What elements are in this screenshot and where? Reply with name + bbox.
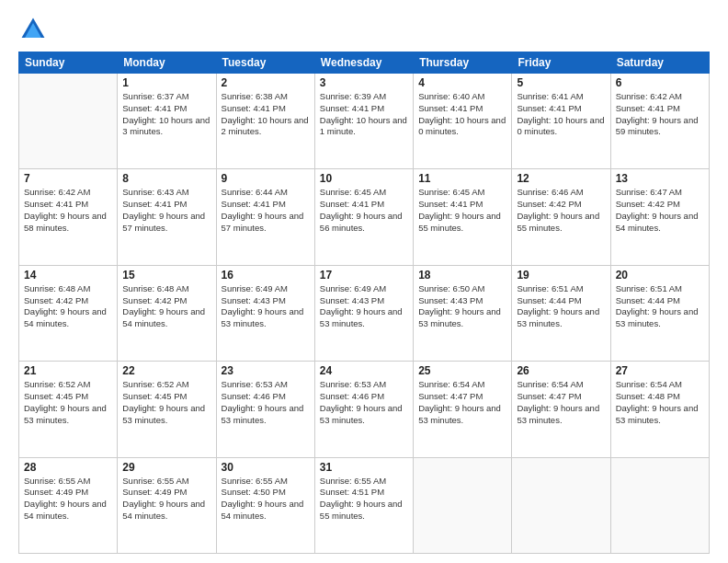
day-detail: Sunrise: 6:49 AMSunset: 4:43 PMDaylight:… <box>222 283 310 330</box>
day-number: 12 <box>517 172 605 185</box>
calendar-week-row: 21Sunrise: 6:52 AMSunset: 4:45 PMDayligh… <box>19 362 710 457</box>
day-detail: Sunrise: 6:48 AMSunset: 4:42 PMDaylight:… <box>122 283 210 330</box>
day-detail: Sunrise: 6:54 AMSunset: 4:47 PMDaylight:… <box>517 379 605 426</box>
page: SundayMondayTuesdayWednesdayThursdayFrid… <box>0 0 728 563</box>
day-number: 23 <box>222 364 310 377</box>
day-number: 24 <box>320 364 408 377</box>
table-row: 16Sunrise: 6:49 AMSunset: 4:43 PMDayligh… <box>216 265 314 361</box>
header <box>18 15 710 44</box>
day-number: 31 <box>320 461 408 474</box>
day-number: 21 <box>24 364 112 377</box>
day-detail: Sunrise: 6:52 AMSunset: 4:45 PMDaylight:… <box>24 379 112 426</box>
weekday-header: Sunday <box>19 52 118 74</box>
day-detail: Sunrise: 6:55 AMSunset: 4:50 PMDaylight:… <box>222 476 310 523</box>
weekday-header: Friday <box>512 52 610 74</box>
day-detail: Sunrise: 6:39 AMSunset: 4:41 PMDaylight:… <box>320 91 408 138</box>
day-number: 27 <box>616 364 704 377</box>
table-row: 8Sunrise: 6:43 AMSunset: 4:41 PMDaylight… <box>118 169 216 265</box>
day-number: 19 <box>517 269 605 282</box>
day-number: 26 <box>517 364 605 377</box>
day-number: 20 <box>616 269 704 282</box>
day-detail: Sunrise: 6:54 AMSunset: 4:47 PMDaylight:… <box>418 379 506 426</box>
table-row: 22Sunrise: 6:52 AMSunset: 4:45 PMDayligh… <box>118 362 216 457</box>
table-row: 3Sunrise: 6:39 AMSunset: 4:41 PMDaylight… <box>314 74 413 169</box>
day-number: 29 <box>122 461 210 474</box>
day-detail: Sunrise: 6:47 AMSunset: 4:42 PMDaylight:… <box>616 187 704 234</box>
table-row: 2Sunrise: 6:38 AMSunset: 4:41 PMDaylight… <box>216 74 314 169</box>
table-row: 1Sunrise: 6:37 AMSunset: 4:41 PMDaylight… <box>118 74 216 169</box>
calendar: SundayMondayTuesdayWednesdayThursdayFrid… <box>18 52 710 554</box>
day-number: 8 <box>122 172 210 185</box>
weekday-header: Tuesday <box>216 52 314 74</box>
table-row: 20Sunrise: 6:51 AMSunset: 4:44 PMDayligh… <box>610 265 709 361</box>
day-detail: Sunrise: 6:53 AMSunset: 4:46 PMDaylight:… <box>320 379 408 426</box>
table-row: 25Sunrise: 6:54 AMSunset: 4:47 PMDayligh… <box>414 362 512 457</box>
table-row: 11Sunrise: 6:45 AMSunset: 4:41 PMDayligh… <box>414 169 512 265</box>
day-detail: Sunrise: 6:55 AMSunset: 4:51 PMDaylight:… <box>320 476 408 523</box>
table-row: 5Sunrise: 6:41 AMSunset: 4:41 PMDaylight… <box>512 74 610 169</box>
calendar-header: SundayMondayTuesdayWednesdayThursdayFrid… <box>19 52 710 74</box>
table-row: 12Sunrise: 6:46 AMSunset: 4:42 PMDayligh… <box>512 169 610 265</box>
calendar-week-row: 7Sunrise: 6:42 AMSunset: 4:41 PMDaylight… <box>19 169 710 265</box>
day-detail: Sunrise: 6:54 AMSunset: 4:48 PMDaylight:… <box>616 379 704 426</box>
day-detail: Sunrise: 6:53 AMSunset: 4:46 PMDaylight:… <box>222 379 310 426</box>
day-detail: Sunrise: 6:55 AMSunset: 4:49 PMDaylight:… <box>24 476 112 523</box>
day-number: 4 <box>418 76 506 89</box>
logo-icon <box>18 15 48 44</box>
table-row: 15Sunrise: 6:48 AMSunset: 4:42 PMDayligh… <box>118 265 216 361</box>
day-detail: Sunrise: 6:52 AMSunset: 4:45 PMDaylight:… <box>122 379 210 426</box>
table-row: 19Sunrise: 6:51 AMSunset: 4:44 PMDayligh… <box>512 265 610 361</box>
calendar-week-row: 1Sunrise: 6:37 AMSunset: 4:41 PMDaylight… <box>19 74 710 169</box>
logo <box>18 15 51 44</box>
day-detail: Sunrise: 6:51 AMSunset: 4:44 PMDaylight:… <box>616 283 704 330</box>
table-row: 28Sunrise: 6:55 AMSunset: 4:49 PMDayligh… <box>19 457 118 553</box>
calendar-week-row: 28Sunrise: 6:55 AMSunset: 4:49 PMDayligh… <box>19 457 710 553</box>
weekday-header: Monday <box>118 52 216 74</box>
weekday-row: SundayMondayTuesdayWednesdayThursdayFrid… <box>19 52 710 74</box>
day-detail: Sunrise: 6:44 AMSunset: 4:41 PMDaylight:… <box>222 187 310 234</box>
day-number: 3 <box>320 76 408 89</box>
day-detail: Sunrise: 6:51 AMSunset: 4:44 PMDaylight:… <box>517 283 605 330</box>
weekday-header: Saturday <box>610 52 709 74</box>
table-row: 10Sunrise: 6:45 AMSunset: 4:41 PMDayligh… <box>314 169 413 265</box>
day-detail: Sunrise: 6:48 AMSunset: 4:42 PMDaylight:… <box>24 283 112 330</box>
weekday-header: Thursday <box>414 52 512 74</box>
table-row <box>512 457 610 553</box>
table-row: 26Sunrise: 6:54 AMSunset: 4:47 PMDayligh… <box>512 362 610 457</box>
day-detail: Sunrise: 6:55 AMSunset: 4:49 PMDaylight:… <box>122 476 210 523</box>
weekday-header: Wednesday <box>314 52 413 74</box>
day-detail: Sunrise: 6:45 AMSunset: 4:41 PMDaylight:… <box>320 187 408 234</box>
table-row: 18Sunrise: 6:50 AMSunset: 4:43 PMDayligh… <box>414 265 512 361</box>
day-detail: Sunrise: 6:38 AMSunset: 4:41 PMDaylight:… <box>222 91 310 138</box>
day-number: 18 <box>418 269 506 282</box>
table-row: 23Sunrise: 6:53 AMSunset: 4:46 PMDayligh… <box>216 362 314 457</box>
table-row: 21Sunrise: 6:52 AMSunset: 4:45 PMDayligh… <box>19 362 118 457</box>
table-row: 13Sunrise: 6:47 AMSunset: 4:42 PMDayligh… <box>610 169 709 265</box>
day-number: 14 <box>24 269 112 282</box>
day-number: 22 <box>122 364 210 377</box>
table-row: 7Sunrise: 6:42 AMSunset: 4:41 PMDaylight… <box>19 169 118 265</box>
table-row: 27Sunrise: 6:54 AMSunset: 4:48 PMDayligh… <box>610 362 709 457</box>
table-row: 17Sunrise: 6:49 AMSunset: 4:43 PMDayligh… <box>314 265 413 361</box>
day-number: 9 <box>222 172 310 185</box>
day-number: 6 <box>616 76 704 89</box>
day-detail: Sunrise: 6:43 AMSunset: 4:41 PMDaylight:… <box>122 187 210 234</box>
day-number: 11 <box>418 172 506 185</box>
day-detail: Sunrise: 6:49 AMSunset: 4:43 PMDaylight:… <box>320 283 408 330</box>
table-row: 31Sunrise: 6:55 AMSunset: 4:51 PMDayligh… <box>314 457 413 553</box>
table-row: 30Sunrise: 6:55 AMSunset: 4:50 PMDayligh… <box>216 457 314 553</box>
day-detail: Sunrise: 6:40 AMSunset: 4:41 PMDaylight:… <box>418 91 506 138</box>
day-number: 10 <box>320 172 408 185</box>
table-row: 6Sunrise: 6:42 AMSunset: 4:41 PMDaylight… <box>610 74 709 169</box>
day-detail: Sunrise: 6:46 AMSunset: 4:42 PMDaylight:… <box>517 187 605 234</box>
table-row: 24Sunrise: 6:53 AMSunset: 4:46 PMDayligh… <box>314 362 413 457</box>
table-row: 29Sunrise: 6:55 AMSunset: 4:49 PMDayligh… <box>118 457 216 553</box>
day-number: 13 <box>616 172 704 185</box>
day-number: 7 <box>24 172 112 185</box>
day-detail: Sunrise: 6:42 AMSunset: 4:41 PMDaylight:… <box>616 91 704 138</box>
day-number: 2 <box>222 76 310 89</box>
day-number: 5 <box>517 76 605 89</box>
calendar-body: 1Sunrise: 6:37 AMSunset: 4:41 PMDaylight… <box>19 74 710 554</box>
day-number: 30 <box>222 461 310 474</box>
calendar-week-row: 14Sunrise: 6:48 AMSunset: 4:42 PMDayligh… <box>19 265 710 361</box>
